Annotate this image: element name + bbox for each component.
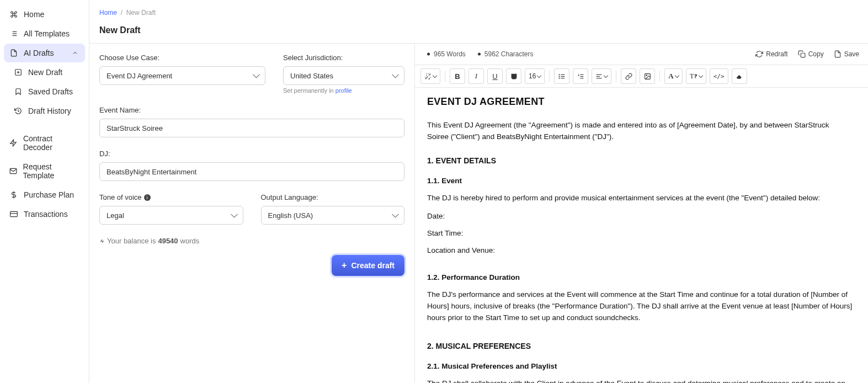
breadcrumb-current: New Draft bbox=[126, 9, 156, 17]
sidebar-item-all-templates[interactable]: All Templates bbox=[4, 24, 85, 43]
plus-square-icon bbox=[14, 68, 23, 77]
refresh-icon bbox=[755, 50, 763, 58]
doc-section-1: 1. EVENT DETAILS bbox=[427, 155, 853, 167]
event-name-label: Event Name: bbox=[99, 106, 404, 114]
breadcrumb-home-link[interactable]: Home bbox=[99, 9, 117, 17]
align-button[interactable] bbox=[592, 68, 611, 84]
sidebar: Home All Templates AI Drafts New Draft bbox=[0, 0, 89, 383]
bolt-icon bbox=[9, 139, 18, 147]
svg-point-29 bbox=[646, 75, 647, 76]
bullet-list-icon bbox=[558, 73, 566, 80]
doc-paragraph: The DJ's performance and services at the… bbox=[427, 289, 853, 324]
eraser-icon bbox=[736, 73, 743, 80]
redraft-button[interactable]: Redraft bbox=[755, 50, 787, 58]
breadcrumb: Home / New Draft bbox=[89, 0, 868, 20]
sidebar-item-saved-drafts[interactable]: Saved Drafts bbox=[8, 82, 85, 101]
sidebar-item-request-template[interactable]: Request Template bbox=[4, 157, 85, 185]
link-button[interactable] bbox=[621, 68, 636, 84]
svg-marker-9 bbox=[10, 140, 17, 146]
numbered-list-button[interactable] bbox=[573, 68, 588, 84]
sidebar-item-new-draft[interactable]: New Draft bbox=[8, 63, 85, 82]
breadcrumb-separator: / bbox=[121, 9, 123, 17]
draft-form: Choose Use Case: Select Jurisdiction: Se… bbox=[89, 44, 415, 383]
output-language-label: Output Language: bbox=[261, 193, 405, 201]
sidebar-item-label: Purchase Plan bbox=[24, 190, 74, 199]
doc-section-2: 2. MUSICAL PREFERENCES bbox=[427, 341, 853, 353]
sidebar-item-label: Transactions bbox=[24, 210, 68, 219]
dj-input[interactable] bbox=[99, 162, 404, 181]
text-color-button[interactable]: A bbox=[664, 68, 682, 84]
magic-button[interactable] bbox=[420, 68, 440, 84]
jurisdiction-label: Select Jurisdiction: bbox=[283, 54, 404, 62]
svg-rect-12 bbox=[10, 211, 18, 216]
balance-value: 49540 bbox=[158, 237, 178, 245]
balance-line: Your balance is 49540 words bbox=[99, 237, 404, 245]
credit-card-icon bbox=[9, 210, 18, 219]
sidebar-item-draft-history[interactable]: Draft History bbox=[8, 102, 85, 120]
eraser-button[interactable] bbox=[732, 68, 747, 84]
bullet-list-button[interactable] bbox=[554, 68, 569, 84]
doc-date-line: Date: bbox=[427, 211, 853, 222]
sidebar-item-label: All Templates bbox=[24, 29, 70, 38]
use-case-select[interactable] bbox=[99, 66, 265, 85]
highlight-icon bbox=[510, 73, 518, 80]
editor-panel: 965 Words 5962 Characters Redraft Copy S… bbox=[415, 43, 868, 383]
svg-point-20 bbox=[559, 76, 560, 76]
profile-link[interactable]: profile bbox=[336, 87, 352, 94]
doc-intro: This Event DJ Agreement (the "Agreement"… bbox=[427, 120, 853, 143]
sidebar-item-transactions[interactable]: Transactions bbox=[4, 205, 85, 224]
doc-title: EVENT DJ AGREEMENT bbox=[427, 94, 853, 110]
sidebar-item-label: Saved Drafts bbox=[28, 87, 73, 96]
code-view-button[interactable]: </> bbox=[710, 68, 728, 84]
save-icon bbox=[834, 50, 842, 58]
doc-subsection-1-1: 1.1. Event bbox=[427, 175, 853, 187]
create-draft-button-label: Create draft bbox=[351, 261, 395, 270]
paragraph-format-button[interactable]: T⁋ bbox=[686, 68, 706, 84]
sidebar-item-home[interactable]: Home bbox=[4, 5, 85, 24]
font-size-button[interactable]: 16 bbox=[525, 68, 545, 84]
sidebar-item-purchase-plan[interactable]: Purchase Plan bbox=[4, 185, 85, 204]
svg-point-19 bbox=[559, 74, 560, 75]
command-icon bbox=[9, 10, 18, 19]
bold-button[interactable]: B bbox=[450, 68, 465, 84]
create-draft-button[interactable]: + Create draft bbox=[332, 255, 404, 276]
doc-subsection-1-2: 1.2. Performance Duration bbox=[427, 272, 853, 284]
dollar-icon bbox=[9, 190, 18, 199]
sidebar-item-label: New Draft bbox=[28, 68, 62, 77]
save-button[interactable]: Save bbox=[834, 50, 859, 58]
mail-icon bbox=[9, 167, 18, 175]
highlight-button[interactable] bbox=[506, 68, 521, 84]
history-icon bbox=[14, 107, 23, 115]
editor-status-bar: 965 Words 5962 Characters Redraft Copy S… bbox=[415, 44, 868, 65]
sidebar-item-label: AI Drafts bbox=[24, 49, 54, 57]
dj-label: DJ: bbox=[99, 150, 404, 158]
event-name-input[interactable] bbox=[99, 119, 404, 137]
document-icon bbox=[9, 49, 18, 57]
svg-rect-15 bbox=[801, 53, 805, 57]
italic-button[interactable]: I bbox=[468, 68, 484, 84]
info-icon: i bbox=[144, 194, 151, 201]
sidebar-item-label: Draft History bbox=[28, 107, 71, 115]
word-count: 965 Words bbox=[427, 50, 466, 58]
chevron-up-icon bbox=[71, 49, 79, 57]
tone-select[interactable] bbox=[99, 206, 243, 225]
editor-toolbar: B I U 16 bbox=[415, 65, 868, 88]
doc-start-time-line: Start Time: bbox=[427, 228, 853, 240]
image-button[interactable] bbox=[640, 68, 655, 84]
document-editor[interactable]: EVENT DJ AGREEMENT This Event DJ Agreeme… bbox=[415, 88, 868, 383]
use-case-label: Choose Use Case: bbox=[99, 54, 265, 62]
copy-button[interactable]: Copy bbox=[798, 50, 824, 58]
doc-subsection-2-1: 2.1. Musical Preferences and Playlist bbox=[427, 361, 853, 373]
sidebar-item-ai-drafts[interactable]: AI Drafts bbox=[4, 44, 85, 62]
doc-paragraph: The DJ shall collaborate with the Client… bbox=[427, 378, 853, 383]
plus-icon: + bbox=[342, 260, 347, 270]
main-content: Home / New Draft New Draft Choose Use Ca… bbox=[89, 0, 868, 383]
sidebar-item-label: Request Template bbox=[23, 162, 79, 180]
output-language-select[interactable] bbox=[261, 206, 405, 225]
underline-button[interactable]: U bbox=[487, 68, 503, 84]
link-icon bbox=[625, 73, 632, 80]
jurisdiction-select[interactable] bbox=[283, 66, 404, 85]
sidebar-item-contract-decoder[interactable]: Contract Decoder bbox=[4, 129, 85, 157]
sidebar-item-label: Contract Decoder bbox=[23, 134, 79, 152]
svg-marker-14 bbox=[100, 238, 104, 243]
